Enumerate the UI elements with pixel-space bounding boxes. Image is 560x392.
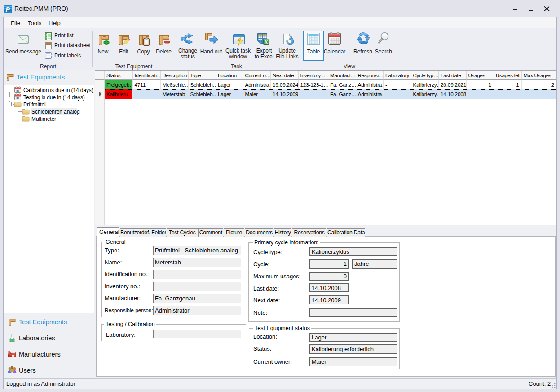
svg-text:31: 31 <box>16 89 20 93</box>
svg-text:31: 31 <box>16 96 20 100</box>
svg-text:P: P <box>6 6 10 13</box>
svg-text:X: X <box>265 40 268 44</box>
